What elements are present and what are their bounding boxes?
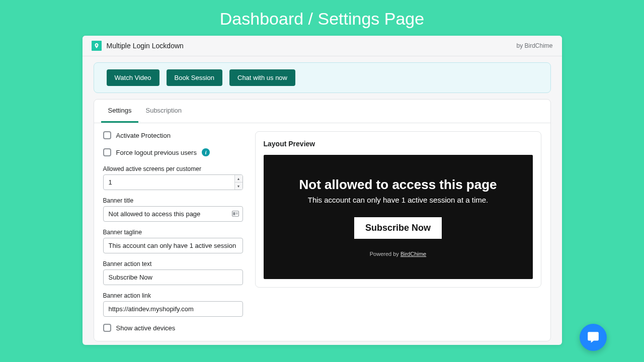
allowed-screens-input[interactable] [103, 174, 243, 190]
banner-action-link-field: Banner action link [103, 292, 243, 317]
card-icon [232, 210, 239, 219]
banner-tagline-input[interactable] [103, 238, 243, 253]
force-logout-label: Force logout previous users [116, 149, 197, 156]
banner-action-text-label: Banner action text [103, 260, 243, 267]
birdchime-link[interactable]: BirdChime [400, 251, 426, 257]
show-active-devices-checkbox[interactable] [103, 324, 111, 332]
app-header-left: Multiple Login Lockdown [92, 41, 184, 51]
info-icon[interactable]: i [202, 148, 210, 156]
banner-tagline-field: Banner tagline [103, 229, 243, 253]
tab-subscription[interactable]: Subscription [138, 100, 189, 123]
app-name: Multiple Login Lockdown [107, 42, 184, 50]
chat-now-button[interactable]: Chat with us now [229, 69, 295, 86]
banner-action-text-field: Banner action text [103, 260, 243, 285]
chat-fab[interactable] [580, 324, 607, 351]
help-banner: Watch Video Book Session Chat with us no… [94, 62, 551, 93]
app-credit: by BirdChime [516, 42, 552, 49]
app-window: Multiple Login Lockdown by BirdChime Wat… [83, 36, 562, 345]
preview-footer: Powered by BirdChime [370, 251, 427, 257]
page-title: Dashboard / Settings Page [0, 0, 644, 36]
preview-panel: Layout Preview Not allowed to access thi… [255, 131, 541, 332]
show-active-devices-row: Show active devices [103, 324, 243, 332]
banner-title-label: Banner title [103, 197, 243, 204]
app-header: Multiple Login Lockdown by BirdChime [83, 36, 562, 56]
preview-subscribe-button[interactable]: Subscribe Now [354, 217, 442, 239]
preview-title: Not allowed to access this page [299, 177, 497, 193]
svg-rect-2 [235, 212, 237, 213]
allowed-screens-label: Allowed active screens per customer [103, 165, 243, 172]
banner-action-text-input[interactable] [103, 269, 243, 285]
allowed-screens-field: Allowed active screens per customer ▲ ▼ [103, 165, 243, 190]
settings-form: Activate Protection Force logout previou… [103, 131, 243, 332]
tabs: Settings Subscription [94, 100, 550, 123]
show-active-devices-label: Show active devices [116, 324, 176, 332]
activate-protection-checkbox[interactable] [103, 131, 111, 139]
force-logout-row: Force logout previous users i [103, 148, 243, 156]
preview-box: Not allowed to access this page This acc… [264, 155, 533, 279]
preview-label: Layout Preview [264, 140, 533, 148]
app-logo-icon [92, 41, 102, 51]
spinner-up-icon[interactable]: ▲ [235, 175, 243, 183]
chat-icon [587, 331, 600, 344]
svg-rect-3 [235, 214, 237, 214]
activate-protection-label: Activate Protection [116, 132, 171, 139]
watch-video-button[interactable]: Watch Video [107, 69, 159, 86]
tab-settings[interactable]: Settings [101, 100, 139, 123]
preview-tagline: This account can only have 1 active sess… [308, 196, 489, 204]
spinner-down-icon[interactable]: ▼ [235, 183, 243, 190]
svg-rect-1 [233, 212, 235, 215]
activate-protection-row: Activate Protection [103, 131, 243, 139]
book-session-button[interactable]: Book Session [167, 69, 223, 86]
banner-title-field: Banner title [103, 197, 243, 222]
number-spinner: ▲ ▼ [234, 175, 243, 190]
card-body: Activate Protection Force logout previou… [94, 123, 550, 341]
banner-title-input[interactable] [103, 206, 243, 222]
powered-by-text: Powered by [370, 251, 400, 257]
settings-card: Settings Subscription Activate Protectio… [94, 99, 551, 341]
banner-action-link-label: Banner action link [103, 292, 243, 299]
preview-card: Layout Preview Not allowed to access thi… [255, 131, 541, 288]
banner-action-link-input[interactable] [103, 301, 243, 317]
banner-tagline-label: Banner tagline [103, 229, 243, 236]
force-logout-checkbox[interactable] [103, 148, 111, 156]
